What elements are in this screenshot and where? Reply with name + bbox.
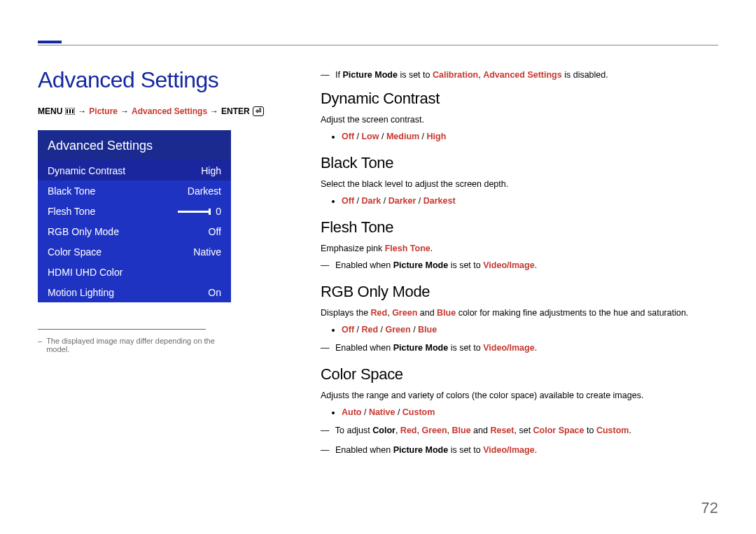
menu-body: Dynamic Contrast High Black Tone Darkest…: [38, 160, 231, 302]
section-desc: Adjusts the range and variety of colors …: [321, 389, 718, 402]
breadcrumb: MENU → Picture → Advanced Settings → ENT…: [38, 106, 264, 116]
footnote: – The displayed image may differ dependi…: [38, 337, 231, 353]
section-heading-color-space: Color Space: [321, 365, 718, 384]
page-number: 72: [701, 499, 718, 517]
menu-icon: [65, 108, 75, 115]
menu-row-label: Dynamic Contrast: [48, 165, 125, 176]
footnote-rule: [38, 329, 206, 330]
arrow-icon: →: [210, 106, 218, 116]
option-line: Auto / Native / Custom: [342, 406, 718, 419]
menu-row-value: High: [201, 165, 221, 176]
menu-row-value: Native: [193, 246, 221, 258]
option-list: Off / Dark / Darker / Darkest: [342, 195, 718, 207]
menu-row-flesh-tone[interactable]: Flesh Tone 0: [38, 201, 231, 221]
menu-row-motion-lighting[interactable]: Motion Lighting On: [38, 282, 231, 302]
section-desc: Adjust the screen contrast.: [321, 113, 718, 126]
section-desc: Displays the Red, Green and Blue color f…: [321, 307, 718, 319]
menu-row-rgb-only[interactable]: RGB Only Mode Off: [38, 221, 231, 241]
sub-note: Enabled when Picture Mode is set to Vide…: [321, 444, 718, 456]
menu-preview-panel: Advanced Settings Dynamic Contrast High …: [38, 130, 231, 353]
menu-row-value: Darkest: [188, 185, 221, 197]
arrow-icon: →: [78, 106, 86, 116]
breadcrumb-advanced-settings: Advanced Settings: [132, 106, 207, 116]
menu-row-hdmi-uhd[interactable]: HDMI UHD Color: [38, 262, 231, 282]
option-list: Off / Low / Medium / High: [342, 130, 718, 143]
breadcrumb-picture: Picture: [89, 106, 118, 116]
option-line: Off / Red / Green / Blue: [342, 323, 718, 336]
section-heading-rgb-only: RGB Only Mode: [321, 283, 718, 301]
section-desc: Select the black level to adjust the scr…: [321, 178, 718, 190]
menu-row-label: RGB Only Mode: [48, 226, 119, 237]
section-heading-flesh-tone: Flesh Tone: [321, 218, 718, 237]
menu-row-value: On: [208, 287, 221, 298]
header-rule: [38, 45, 718, 45]
enter-icon: ⏎: [253, 106, 264, 116]
section-heading-dynamic-contrast: Dynamic Contrast: [321, 90, 718, 108]
menu-row-label: Color Space: [48, 246, 102, 258]
arrow-icon: →: [120, 106, 129, 116]
section-desc: Emphasize pink Flesh Tone.: [321, 242, 718, 255]
menu-row-label: HDMI UHD Color: [48, 267, 122, 278]
content-column: If Picture Mode is set to Calibration, A…: [321, 69, 718, 463]
menu-row-label: Flesh Tone: [48, 206, 95, 217]
footnote-text: The displayed image may differ depending…: [46, 337, 231, 353]
menu-header: Advanced Settings: [38, 130, 231, 160]
menu-row-label: Motion Lighting: [48, 287, 114, 298]
option-list: Off / Red / Green / Blue: [342, 323, 718, 336]
breadcrumb-menu-label: MENU: [38, 106, 62, 116]
menu-row-color-space[interactable]: Color Space Native: [38, 241, 231, 262]
option-list: Auto / Native / Custom: [342, 406, 718, 419]
svg-rect-2: [69, 109, 71, 113]
option-line: Off / Dark / Darker / Darkest: [342, 195, 718, 207]
svg-rect-1: [66, 109, 68, 113]
menu-row-value: Off: [209, 226, 221, 237]
sub-note: To adjust Color, Red, Green, Blue and Re…: [321, 424, 718, 437]
sub-note: Enabled when Picture Mode is set to Vide…: [321, 342, 718, 354]
slider-icon: [178, 211, 210, 213]
svg-rect-3: [72, 109, 74, 113]
top-note: If Picture Mode is set to Calibration, A…: [321, 69, 718, 81]
option-line: Off / Low / Medium / High: [342, 130, 718, 143]
sub-note: Enabled when Picture Mode is set to Vide…: [321, 259, 718, 272]
menu-row-value: 0: [178, 206, 221, 217]
menu-row-dynamic-contrast[interactable]: Dynamic Contrast High: [38, 160, 231, 181]
page-title: Advanced Settings: [38, 67, 218, 93]
menu-row-label: Black Tone: [48, 185, 95, 197]
menu-row-black-tone[interactable]: Black Tone Darkest: [38, 181, 231, 201]
footnote-dash: –: [38, 337, 42, 353]
header-accent-mark: [38, 41, 62, 43]
breadcrumb-enter-label: ENTER: [221, 106, 250, 116]
section-heading-black-tone: Black Tone: [321, 154, 718, 172]
